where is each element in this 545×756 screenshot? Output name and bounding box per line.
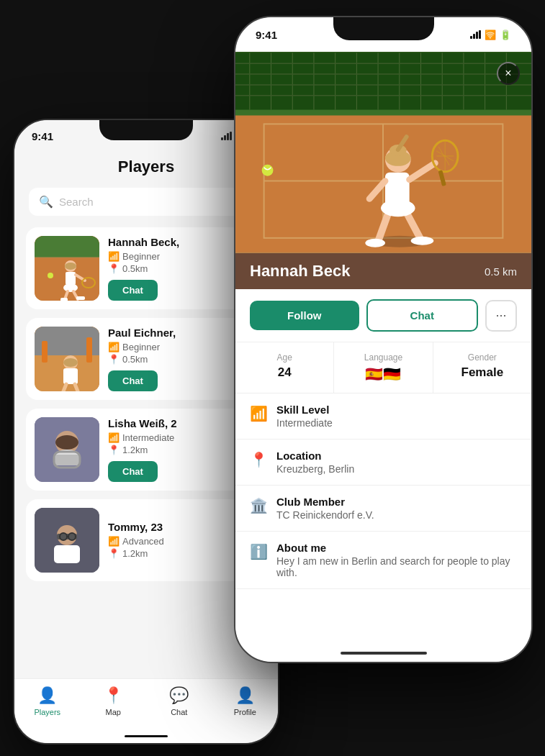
language-label: Language <box>334 352 432 363</box>
age-value: 24 <box>235 365 333 380</box>
stat-age: Age 24 <box>235 342 334 393</box>
svg-rect-27 <box>54 455 80 465</box>
nav-profile-label: Profile <box>234 708 256 716</box>
skill-icon: 📶 <box>108 251 120 262</box>
club-icon: 🏛️ <box>250 497 268 514</box>
gender-label: Gender <box>433 352 531 363</box>
nav-indicator <box>125 735 168 737</box>
more-icon: ··· <box>495 308 506 323</box>
svg-point-6 <box>63 283 78 292</box>
player-avatar-paul <box>35 327 99 391</box>
player-card-4: Tommy, 23 📶 Advanced 📍 1.2km <box>26 499 266 581</box>
action-buttons: Follow Chat ··· <box>235 289 531 342</box>
player-avatar-hannah <box>35 236 99 301</box>
about-title: About me <box>276 542 517 554</box>
player-card-3: Lisha Weiß, 2 📶 Intermediate 📍 1.2km Cha… <box>26 409 266 491</box>
svg-rect-66 <box>385 173 410 209</box>
gender-value: Female <box>433 365 531 380</box>
home-indicator <box>341 652 427 655</box>
chat-button-hannah[interactable]: Chat <box>108 280 158 301</box>
status-icons-front: 🛜 🔋 <box>470 29 511 40</box>
bottom-nav: 👤 Players 📍 Map 💬 Chat 👤 Profile <box>14 678 278 743</box>
player-card-2: Paul Eichner, 📶 Beginner 📍 0.5km Chat <box>26 318 266 400</box>
more-button[interactable]: ··· <box>485 300 517 332</box>
front-phone: 9:41 🛜 🔋 <box>234 16 533 663</box>
nav-map[interactable]: 📍 Map <box>81 686 147 716</box>
search-input[interactable]: Search <box>59 196 94 208</box>
skill-section: 📶 Skill Level Intermediate <box>235 393 531 440</box>
location-icon: 📍 <box>108 548 120 559</box>
players-nav-icon: 👤 <box>37 686 57 705</box>
location-icon: 📍 <box>250 451 268 468</box>
location-title: Location <box>276 450 354 462</box>
time-front: 9:41 <box>256 29 277 41</box>
time-back: 9:41 <box>32 130 53 142</box>
club-title: Club Member <box>276 496 374 508</box>
svg-rect-38 <box>235 53 531 109</box>
svg-point-13 <box>48 273 53 278</box>
svg-rect-9 <box>60 298 68 301</box>
skill-icon: 📶 <box>108 432 120 443</box>
svg-rect-1 <box>35 236 99 258</box>
profile-distance: 0.5 km <box>485 265 517 278</box>
svg-point-19 <box>63 358 78 367</box>
profile-nav-icon: 👤 <box>235 686 255 705</box>
player-card-1: Hannah Beck, 📶 Beginner 📍 0.5km Chat <box>26 227 266 309</box>
chat-nav-icon: 💬 <box>169 686 189 705</box>
location-icon: 📍 <box>108 354 120 365</box>
svg-rect-35 <box>54 545 80 563</box>
svg-rect-16 <box>42 341 48 363</box>
nav-chat-label: Chat <box>171 708 187 716</box>
skill-icon: 📶 <box>250 405 268 422</box>
nav-players[interactable]: 👤 Players <box>14 686 81 716</box>
stat-language: Language 🇪🇸🇩🇪 <box>334 342 433 393</box>
search-bar[interactable]: 🔍 Search <box>29 188 264 216</box>
chat-button[interactable]: Chat <box>366 299 479 332</box>
location-value: Kreuzberg, Berlin <box>276 463 354 475</box>
stats-row: Age 24 Language 🇪🇸🇩🇪 Gender Female <box>235 342 531 393</box>
skill-icon: 📶 <box>108 342 120 352</box>
svg-rect-5 <box>66 272 76 285</box>
nav-profile[interactable]: 👤 Profile <box>212 686 279 716</box>
name-bar: Hannah Beck 0.5 km <box>235 253 531 289</box>
wifi-icon-front: 🛜 <box>485 29 496 40</box>
notch-front <box>333 17 434 40</box>
close-button[interactable]: × <box>497 62 520 85</box>
tennis-scene <box>235 52 531 253</box>
svg-point-25 <box>55 435 78 450</box>
about-icon: ℹ️ <box>250 543 268 560</box>
svg-point-63 <box>365 239 385 247</box>
search-icon: 🔍 <box>39 195 53 209</box>
signal-icon <box>221 132 232 140</box>
age-label: Age <box>235 352 333 363</box>
stat-gender: Gender Female <box>433 342 531 393</box>
battery-icon-front: 🔋 <box>500 29 511 40</box>
skill-title: Skill Level <box>276 404 333 416</box>
svg-point-4 <box>65 263 76 270</box>
svg-rect-17 <box>86 337 92 363</box>
about-section: ℹ️ About me Hey I am new in Berlin and s… <box>235 532 531 589</box>
location-section: 📍 Location Kreuzberg, Berlin <box>235 440 531 486</box>
chat-button-paul[interactable]: Chat <box>108 370 158 391</box>
svg-rect-20 <box>63 368 78 384</box>
signal-icon-front <box>470 30 481 39</box>
chat-button-lisha[interactable]: Chat <box>108 461 158 482</box>
club-section: 🏛️ Club Member TC Reinickendorf e.V. <box>235 486 531 532</box>
nav-map-label: Map <box>106 708 121 716</box>
svg-rect-10 <box>76 296 85 300</box>
svg-point-79 <box>262 165 274 176</box>
skill-icon: 📶 <box>108 536 120 547</box>
player-avatar-lisha <box>35 417 99 482</box>
skill-value: Intermediate <box>276 417 333 429</box>
about-value: Hey I am new in Berlin and search for pe… <box>276 555 517 578</box>
map-nav-icon: 📍 <box>104 686 123 705</box>
club-value: TC Reinickendorf e.V. <box>276 509 374 521</box>
language-flags: 🇪🇸🇩🇪 <box>334 365 432 383</box>
profile-name: Hannah Beck <box>250 262 350 281</box>
location-icon: 📍 <box>108 445 120 455</box>
nav-players-label: Players <box>34 708 60 716</box>
follow-button[interactable]: Follow <box>250 301 359 330</box>
svg-point-64 <box>411 237 434 245</box>
nav-chat[interactable]: 💬 Chat <box>146 686 212 716</box>
hero-image: × <box>235 52 531 253</box>
